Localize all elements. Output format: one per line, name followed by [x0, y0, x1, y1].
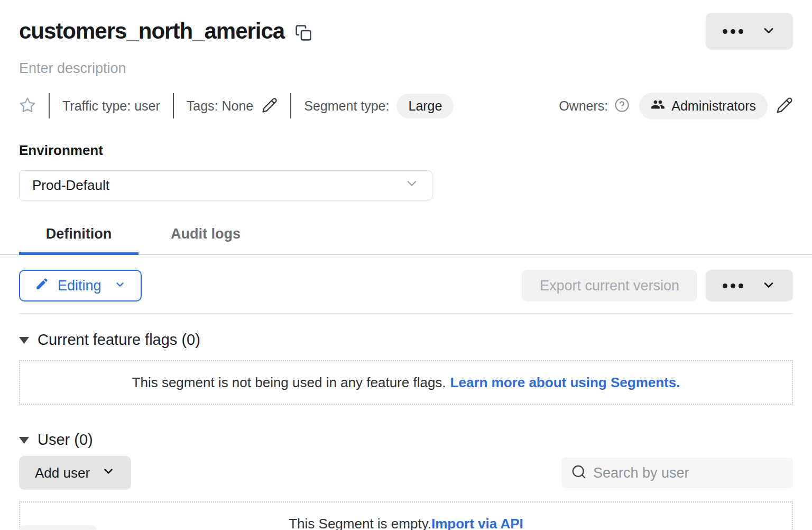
add-user-button-label: Add user: [35, 465, 90, 481]
environment-select[interactable]: Prod-Default: [19, 170, 432, 200]
copy-icon: [295, 24, 312, 43]
pencil-icon: [776, 97, 793, 115]
divider: [49, 93, 50, 118]
edit-owners-button[interactable]: [776, 97, 793, 115]
people-icon: [651, 97, 665, 115]
search-icon: [571, 464, 587, 482]
owners-group: Owners: Administrators: [559, 93, 793, 120]
environment-label: Environment: [19, 142, 793, 159]
divider: [290, 93, 291, 118]
import-via-api-link[interactable]: Import via API: [431, 516, 523, 530]
learn-more-link[interactable]: Learn more about using Segments.: [450, 374, 680, 391]
header-more-button[interactable]: [706, 13, 793, 50]
star-icon: [19, 97, 36, 115]
traffic-type-label: Traffic type: user: [62, 98, 160, 114]
owners-badge-label: Administrators: [671, 98, 756, 114]
user-section-title: User (0): [38, 431, 93, 449]
toolbar-right: Export current version: [522, 270, 793, 301]
tab-audit-logs[interactable]: Audit logs: [146, 221, 265, 255]
user-empty-state: This Segment is empty. Import via API: [19, 501, 793, 530]
editing-mode-button[interactable]: Editing: [19, 270, 142, 301]
chevron-down-icon: [761, 278, 776, 294]
environment-section: Environment Prod-Default: [19, 142, 793, 200]
feature-flags-empty-state: This segment is not being used in any fe…: [19, 360, 793, 405]
feature-flags-section: Current feature flags (0) This segment i…: [19, 331, 793, 405]
chevron-down-icon: [102, 464, 115, 482]
feature-flags-title: Current feature flags (0): [38, 331, 200, 349]
owners-label: Owners:: [559, 98, 608, 114]
pencil-icon: [262, 97, 278, 115]
segment-type-badge: Large: [396, 94, 454, 118]
collapse-triangle-icon: [19, 336, 29, 346]
search-by-user-input[interactable]: [593, 465, 783, 481]
chevron-down-icon: [114, 278, 126, 294]
export-version-button[interactable]: Export current version: [522, 270, 697, 301]
tab-bar: Definition Audit logs: [19, 221, 793, 255]
user-search-box: [561, 458, 793, 488]
copy-button[interactable]: [295, 24, 312, 43]
favorite-button[interactable]: [19, 97, 36, 115]
feature-flags-header: Current feature flags (0): [19, 331, 793, 349]
owners-help-button[interactable]: [614, 97, 630, 114]
definition-more-button[interactable]: [706, 270, 793, 301]
user-section-collapse-button[interactable]: [19, 434, 29, 446]
owners-badge[interactable]: Administrators: [639, 93, 768, 120]
environment-selected-value: Prod-Default: [32, 177, 109, 194]
user-section-header: User (0): [19, 431, 793, 449]
user-section: User (0) Add user This Segment is empty.: [19, 431, 793, 530]
feature-flags-empty-text: This segment is not being used in any fe…: [132, 374, 446, 391]
divider: [19, 313, 793, 314]
ellipsis-icon: [723, 29, 743, 34]
divider: [173, 93, 174, 118]
definition-toolbar: Editing Export current version: [19, 270, 793, 301]
help-icon: [614, 97, 630, 114]
user-empty-text: This Segment is empty.: [289, 516, 431, 530]
page-title: customers_north_america: [19, 19, 284, 44]
title-row: customers_north_america: [19, 13, 793, 50]
editing-button-label: Editing: [58, 278, 102, 294]
collapse-triangle-icon: [19, 436, 29, 446]
description-field[interactable]: Enter description: [19, 60, 793, 77]
ellipsis-icon: [723, 284, 743, 288]
tab-definition[interactable]: Definition: [19, 221, 139, 255]
add-user-button[interactable]: Add user: [19, 456, 131, 490]
cutoff-element: [19, 525, 96, 530]
chevron-down-icon: [404, 176, 419, 195]
user-toolbar: Add user: [19, 456, 793, 490]
edit-tags-button[interactable]: [262, 97, 278, 115]
segment-type-label: Segment type:: [304, 98, 389, 114]
segment-detail-page: customers_north_america Enter descriptio…: [0, 13, 812, 530]
pencil-icon: [35, 277, 49, 295]
chevron-down-icon: [761, 23, 776, 40]
feature-flags-collapse-button[interactable]: [19, 334, 29, 346]
tags-label: Tags: None: [187, 98, 253, 114]
meta-row: Traffic type: user Tags: None Segment ty…: [19, 93, 793, 119]
